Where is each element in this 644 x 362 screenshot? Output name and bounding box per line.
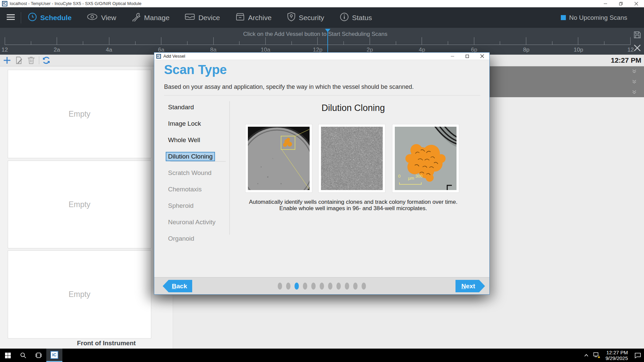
scalebar-start: 0 — [398, 174, 400, 179]
dialog-titlebar[interactable]: IC Add Vessel — [154, 53, 489, 60]
task-view-icon[interactable] — [31, 349, 46, 362]
dialog-heading: Scan Type — [164, 63, 227, 77]
dialog-bottombar: Back Next — [154, 277, 489, 294]
hidden-icons-chevron-icon[interactable] — [581, 349, 591, 362]
window-titlebar: IC localhost - TempUser - IncuCyte SX5 -… — [0, 0, 644, 7]
status-label: No Upcoming Scans — [569, 14, 627, 21]
lane-expand-icon[interactable] — [632, 90, 637, 96]
delete-vessel-button[interactable] — [26, 55, 36, 65]
scan-type-list: Standard Image Lock Whole Well Dilution … — [168, 99, 228, 247]
scan-list-divider — [170, 161, 226, 162]
nav-tab-status[interactable]: Status — [340, 12, 372, 23]
timeline-close-icon[interactable] — [634, 44, 641, 53]
eye-icon — [87, 13, 98, 22]
action-center-icon[interactable] — [631, 349, 644, 362]
dialog-maximize-button[interactable] — [460, 53, 475, 60]
scan-type-image-lock[interactable]: Image Lock — [168, 115, 228, 132]
taskbar-time: 12:27 PM — [605, 350, 628, 355]
menu-icon[interactable] — [7, 14, 15, 21]
scalebar-end: 300 — [415, 174, 422, 179]
next-button[interactable]: Next — [455, 280, 485, 292]
window-title: localhost - TempUser - IncuCyte SX5 - SX… — [10, 1, 142, 6]
shield-icon — [287, 12, 296, 23]
window-restore-button[interactable] — [613, 0, 629, 7]
vessel-slot-1[interactable]: Empty — [8, 70, 151, 158]
timeline-ruler-baseline — [5, 45, 631, 45]
scan-type-dilution-cloning[interactable]: Dilution Cloning — [168, 148, 228, 165]
dialog-close-button[interactable] — [475, 53, 489, 60]
nav-tab-view[interactable]: View — [87, 13, 116, 22]
refresh-button[interactable] — [41, 55, 51, 65]
upcoming-scans-status: No Upcoming Scans — [561, 14, 627, 21]
colony-mask-preview-image: 0 µm 300 — [392, 124, 459, 193]
lane-expand-icon[interactable] — [632, 69, 637, 75]
window-close-button[interactable] — [629, 0, 644, 7]
description-line-1: Automatically identify wells containing … — [211, 199, 495, 205]
taskbar-date: 9/29/2025 — [605, 355, 628, 361]
dialog-vertical-divider — [229, 101, 230, 235]
scalebar-unit: µm — [408, 176, 414, 181]
taskbar-clock[interactable]: 12:27 PM 9/29/2025 — [605, 350, 628, 361]
wizard-step-dot — [336, 283, 341, 290]
lane-expand-icon[interactable] — [632, 79, 637, 85]
timeline-ruler-ticks — [5, 37, 631, 45]
save-icon[interactable] — [634, 31, 641, 40]
start-button[interactable] — [0, 349, 15, 362]
device-icon — [185, 13, 195, 22]
dialog-title: Add Vessel — [163, 54, 185, 59]
wizard-step-dot — [320, 283, 324, 290]
current-time-label: 12:27 PM — [611, 56, 641, 64]
scan-type-description: Automatically identify wells containing … — [211, 199, 495, 212]
wizard-step-dot — [328, 283, 332, 290]
windows-taskbar: IC 12:27 PM 9/29/2025 — [0, 349, 644, 362]
vessel-slot-3[interactable]: Empty — [8, 250, 151, 339]
nav-tab-archive[interactable]: Archive — [235, 13, 272, 23]
whole-well-preview-image — [245, 124, 312, 193]
nav-divider — [21, 12, 21, 23]
add-vessel-button[interactable] — [2, 55, 12, 65]
clock-icon — [28, 12, 37, 23]
vessel-slot-2[interactable]: Empty — [8, 161, 151, 248]
nav-tab-security[interactable]: Security — [287, 12, 324, 23]
timeline-hint: Click on the Add Vessel button to Start … — [0, 31, 631, 38]
wizard-step-dot — [353, 283, 358, 290]
status-square-icon — [561, 15, 566, 20]
scan-type-standard[interactable]: Standard — [168, 99, 228, 115]
scan-type-whole-well[interactable]: Whole Well — [168, 132, 228, 148]
toolbar-divider — [39, 56, 39, 64]
window-minimize-button[interactable] — [598, 0, 613, 7]
wizard-step-dot — [345, 283, 349, 290]
nav-tab-device[interactable]: Device — [185, 13, 220, 22]
selected-scan-type-title: Dilution Cloning — [245, 103, 461, 113]
wizard-step-dot — [362, 283, 366, 290]
scan-type-scratch-wound[interactable]: Scratch Wound — [168, 165, 228, 181]
dialog-divider — [164, 95, 480, 96]
dialog-logo-icon: IC — [156, 54, 161, 59]
description-line-2: Enable whole well images in 96- and 384-… — [211, 205, 495, 212]
nav-tab-schedule[interactable]: Schedule — [28, 12, 71, 23]
dialog-minimize-button[interactable] — [445, 53, 460, 60]
cell-monolayer-preview-image — [318, 124, 385, 193]
app-logo-icon: IC — [2, 1, 7, 6]
dialog-subheading: Based on your assay and application, spe… — [164, 83, 414, 90]
taskbar-incucyte-app-button[interactable]: IC — [46, 349, 62, 362]
taskbar-search-icon[interactable] — [15, 349, 31, 362]
network-warning-icon[interactable] — [591, 349, 602, 362]
wizard-step-dot — [303, 283, 307, 290]
scan-type-neuronal-activity[interactable]: Neuronal Activity — [168, 214, 228, 230]
wizard-step-dot — [278, 283, 282, 290]
add-vessel-dialog: IC Add Vessel Scan Type Based on your as… — [154, 52, 490, 295]
info-icon — [340, 12, 349, 23]
wizard-step-dot — [311, 283, 316, 290]
vessel-tray-panel: Empty Empty Empty Front of Instrument — [0, 66, 173, 349]
schedule-timeline: Click on the Add Vessel button to Start … — [0, 28, 644, 55]
app-screen: IC localhost - TempUser - IncuCyte SX5 -… — [0, 0, 644, 362]
main-nav: Schedule View Manage Device — [0, 7, 644, 28]
wizard-progress-dots — [154, 283, 489, 290]
scan-type-chemotaxis[interactable]: Chemotaxis — [168, 181, 228, 197]
wrench-icon — [132, 12, 141, 23]
edit-vessel-button[interactable] — [14, 55, 24, 65]
nav-tab-manage[interactable]: Manage — [132, 12, 170, 23]
archive-icon — [235, 13, 245, 23]
scan-type-organoid[interactable]: Organoid — [168, 230, 228, 247]
